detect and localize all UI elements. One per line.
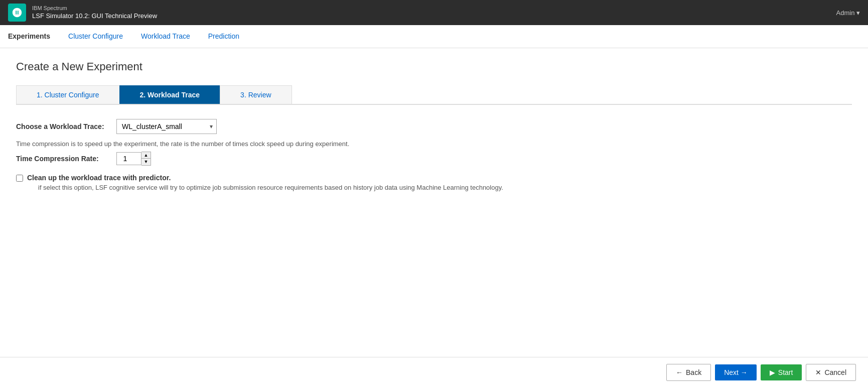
admin-label: Admin ▾ (836, 9, 860, 17)
predictor-checkbox-row: Clean up the workload trace with predict… (16, 174, 852, 191)
checkbox-description: if select this option, LSF cognitive ser… (38, 184, 503, 191)
workload-row: Choose a Workload Trace: WL_clusterA_sma… (16, 119, 852, 134)
tab-cluster-configure[interactable]: Cluster Configure (59, 25, 132, 48)
tab-prediction[interactable]: Prediction (199, 25, 248, 48)
step-tab-3[interactable]: 3. Review (220, 85, 292, 104)
checkbox-content: Clean up the workload trace with predict… (27, 174, 503, 191)
checkbox-label[interactable]: Clean up the workload trace with predict… (27, 174, 171, 182)
top-nav-tabs: Experiments Cluster Configure Workload T… (0, 25, 868, 48)
navbar-title: IBM Spectrum LSF Simulator 10.2: GUI Tec… (32, 5, 157, 20)
time-compression-desc: Time compression is to speed up the expe… (16, 140, 852, 148)
time-compression-label: Time Compression Rate: (16, 155, 116, 163)
form-section: Choose a Workload Trace: WL_clusterA_sma… (16, 119, 852, 191)
step-tab-1[interactable]: 1. Cluster Configure (16, 85, 120, 104)
time-compression-input[interactable]: 1 (116, 152, 141, 165)
workload-select-wrapper: WL_clusterA_small WL_clusterA_large WL_c… (116, 119, 217, 134)
time-compression-row: Time Compression Rate: 1 ▲ ▼ (16, 152, 852, 166)
navbar: IBM Spectrum LSF Simulator 10.2: GUI Tec… (0, 0, 868, 25)
spinner-buttons: ▲ ▼ (141, 152, 151, 166)
time-compression-spinner: 1 ▲ ▼ (116, 152, 151, 166)
admin-menu[interactable]: Admin ▾ (836, 9, 860, 17)
spinner-up-button[interactable]: ▲ (141, 152, 151, 159)
step-tab-2[interactable]: 2. Workload Trace (119, 85, 221, 104)
page-title: Create a New Experiment (16, 60, 852, 73)
brand-line2: LSF Simulator 10.2: GUI Technical Previe… (32, 12, 157, 21)
step-tabs: 1. Cluster Configure 2. Workload Trace 3… (16, 85, 852, 105)
navbar-left: IBM Spectrum LSF Simulator 10.2: GUI Tec… (8, 4, 157, 22)
predictor-checkbox[interactable] (16, 175, 23, 182)
brand-line1: IBM Spectrum (32, 5, 157, 12)
main-content: Create a New Experiment 1. Cluster Confi… (0, 48, 868, 357)
app-logo (8, 4, 26, 22)
tab-experiments[interactable]: Experiments (8, 25, 59, 48)
spinner-down-button[interactable]: ▼ (141, 159, 151, 165)
tab-workload-trace[interactable]: Workload Trace (132, 25, 199, 48)
workload-select[interactable]: WL_clusterA_small WL_clusterA_large WL_c… (116, 119, 217, 134)
workload-label: Choose a Workload Trace: (16, 122, 116, 131)
